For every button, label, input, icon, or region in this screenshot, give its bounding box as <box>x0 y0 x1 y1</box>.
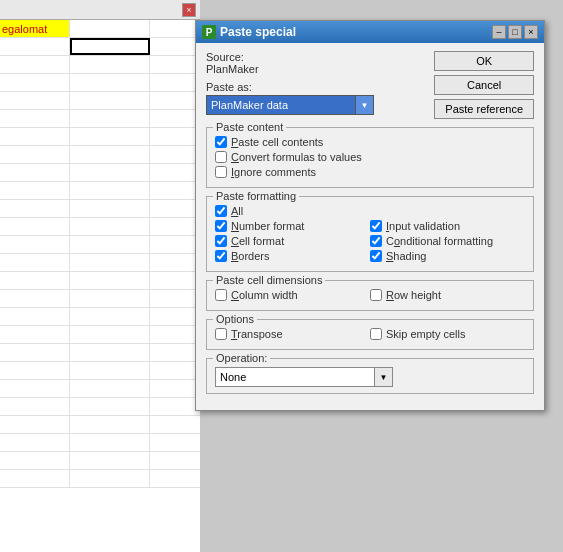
convert-formulas-row: Convert formulas to values <box>215 151 525 163</box>
transpose-row: Transpose <box>215 328 370 340</box>
column-width-checkbox[interactable] <box>215 289 227 301</box>
source-section: Source: PlanMaker Paste as: PlanMaker da… <box>206 51 374 115</box>
formatting-right: Input validation Conditional formatting … <box>370 220 525 265</box>
column-width-row: Column width <box>215 289 370 301</box>
dialog-app-icon: P <box>202 25 216 39</box>
cell-d2-selected[interactable] <box>70 38 150 55</box>
input-validation-checkbox[interactable] <box>370 220 382 232</box>
dialog-title-area: P Paste special <box>202 25 296 39</box>
table-row <box>0 92 200 110</box>
convert-formulas-checkbox[interactable] <box>215 151 227 163</box>
options-section: Options Transpose Skip empty cells <box>206 319 534 350</box>
table-row <box>0 344 200 362</box>
operation-dropdown-arrow[interactable]: ▼ <box>375 367 393 387</box>
convert-formulas-label: Convert formulas to values <box>231 151 362 163</box>
table-row <box>0 56 200 74</box>
paste-cell-dimensions-legend: Paste cell dimensions <box>213 274 325 286</box>
source-label: Source: <box>206 51 374 63</box>
paste-as-dropdown-value[interactable]: PlanMaker data <box>206 95 356 115</box>
all-checkbox[interactable] <box>215 205 227 217</box>
input-validation-row: Input validation <box>370 220 525 232</box>
close-button[interactable]: × <box>524 25 538 39</box>
table-row <box>0 38 200 56</box>
ignore-comments-checkbox[interactable] <box>215 166 227 178</box>
paste-reference-button[interactable]: Paste reference <box>434 99 534 119</box>
number-format-checkbox[interactable] <box>215 220 227 232</box>
table-row <box>0 74 200 92</box>
table-row <box>0 398 200 416</box>
table-row: egalomat <box>0 20 200 38</box>
table-row <box>0 434 200 452</box>
dialog-window-controls: – □ × <box>492 25 538 39</box>
paste-content-section: Paste content Paste cell contents Conver… <box>206 127 534 188</box>
operation-legend: Operation: <box>213 352 270 364</box>
dialog-body: Source: PlanMaker Paste as: PlanMaker da… <box>196 43 544 410</box>
dialog-title: Paste special <box>220 25 296 39</box>
options-left: Transpose <box>215 328 370 343</box>
maximize-button[interactable]: □ <box>508 25 522 39</box>
operation-dropdown-value[interactable]: None <box>215 367 375 387</box>
table-row <box>0 416 200 434</box>
table-row <box>0 254 200 272</box>
borders-checkbox[interactable] <box>215 250 227 262</box>
conditional-formatting-checkbox[interactable] <box>370 235 382 247</box>
cell-format-checkbox[interactable] <box>215 235 227 247</box>
dimensions-right: Row height <box>370 289 525 304</box>
transpose-label: Transpose <box>231 328 283 340</box>
number-format-label: Number format <box>231 220 304 232</box>
transpose-checkbox[interactable] <box>215 328 227 340</box>
row-height-label: Row height <box>386 289 441 301</box>
paste-cell-contents-row: Paste cell contents <box>215 136 525 148</box>
paste-cell-contents-checkbox[interactable] <box>215 136 227 148</box>
paste-formatting-legend: Paste formatting <box>213 190 299 202</box>
operation-dropdown-wrapper: None ▼ <box>215 367 525 387</box>
table-row <box>0 380 200 398</box>
skip-empty-cells-checkbox[interactable] <box>370 328 382 340</box>
column-width-label: Column width <box>231 289 298 301</box>
formatting-left: Number format Cell format Borders <box>215 220 370 265</box>
paste-content-items: Paste cell contents Convert formulas to … <box>215 136 525 178</box>
minimize-button[interactable]: – <box>492 25 506 39</box>
spreadsheet-background: × C D egalomat <box>0 0 200 552</box>
cancel-button[interactable]: Cancel <box>434 75 534 95</box>
input-validation-label: Input validation <box>386 220 460 232</box>
ignore-comments-label: Ignore comments <box>231 166 316 178</box>
window-close-button[interactable]: × <box>182 3 196 17</box>
ok-button[interactable]: OK <box>434 51 534 71</box>
all-row: All <box>215 205 525 217</box>
table-row <box>0 326 200 344</box>
cell-d1[interactable] <box>70 20 150 37</box>
operation-section: Operation: None ▼ <box>206 358 534 394</box>
shading-row: Shading <box>370 250 525 262</box>
paste-as-label: Paste as: <box>206 81 252 93</box>
conditional-formatting-row: Conditional formatting <box>370 235 525 247</box>
source-value: PlanMaker <box>206 63 374 75</box>
options-right: Skip empty cells <box>370 328 525 343</box>
cell-format-label: Cell format <box>231 235 284 247</box>
options-items: Transpose Skip empty cells <box>215 328 525 343</box>
table-row <box>0 110 200 128</box>
paste-cell-dimensions-section: Paste cell dimensions Column width Row h… <box>206 280 534 311</box>
row-height-checkbox[interactable] <box>370 289 382 301</box>
table-row <box>0 290 200 308</box>
table-row <box>0 146 200 164</box>
options-legend: Options <box>213 313 257 325</box>
table-row <box>0 470 200 488</box>
table-row <box>0 236 200 254</box>
shading-checkbox[interactable] <box>370 250 382 262</box>
borders-label: Borders <box>231 250 270 262</box>
table-row <box>0 362 200 380</box>
row-height-row: Row height <box>370 289 525 301</box>
paste-as-dropdown-arrow[interactable]: ▼ <box>356 95 374 115</box>
table-row <box>0 452 200 470</box>
paste-formatting-items: All Number format Cell format <box>215 205 525 265</box>
skip-empty-cells-label: Skip empty cells <box>386 328 465 340</box>
spreadsheet-rows: egalomat <box>0 20 200 488</box>
paste-dimensions-items: Column width Row height <box>215 289 525 304</box>
paste-special-dialog: P Paste special – □ × Source: PlanMaker … <box>195 20 545 411</box>
paste-cell-contents-label: Paste cell contents <box>231 136 323 148</box>
borders-row: Borders <box>215 250 370 262</box>
dialog-buttons: OK Cancel Paste reference <box>434 51 534 119</box>
cell-egalomat[interactable]: egalomat <box>0 20 70 37</box>
cell-c2[interactable] <box>0 38 70 55</box>
